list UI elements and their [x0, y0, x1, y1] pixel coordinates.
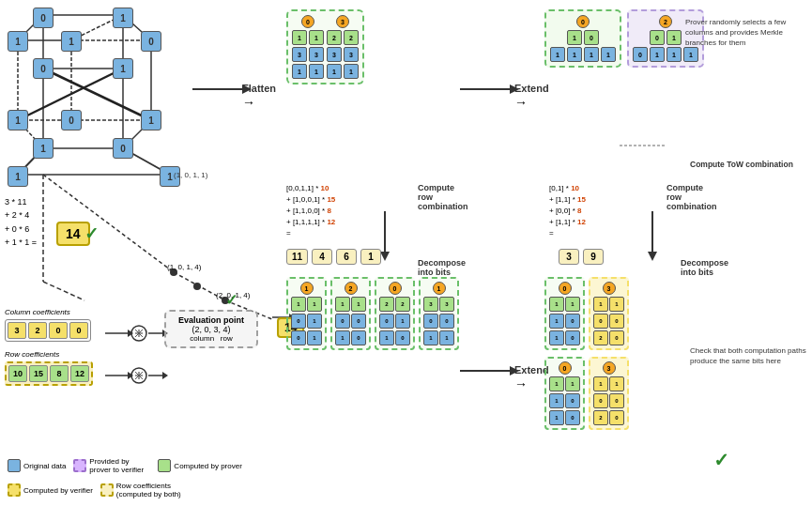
flatten-arrow-label: Flatten	[242, 83, 276, 94]
tree2-top: 3	[336, 15, 349, 28]
bt2-b4: 0	[351, 330, 366, 345]
ebt1-b4: 0	[565, 410, 580, 425]
eval-point-box: Evaluation point (2, 0, 3, 4) column row	[164, 310, 258, 348]
right-bit-trees: 0 1 1 1 0 1 0 3 1 1	[544, 277, 629, 350]
ext-g-n1: 1	[567, 30, 582, 45]
bt3-b1: 0	[379, 314, 394, 329]
cube-node-7: 1	[8, 110, 28, 130]
svg-marker-60	[162, 372, 168, 379]
tree1-top1: 0	[301, 15, 314, 28]
flatten-tree-1: 0 1 1 3 3 1 1 3 2 2	[292, 15, 359, 79]
right-res-9: 9	[583, 249, 604, 265]
ebt-2: 3 1 1 0 0 2 0	[589, 357, 629, 430]
rbt1-n1: 1	[549, 297, 564, 312]
ext-g-b1: 1	[550, 47, 565, 62]
extend-bottom-icon: →	[514, 376, 528, 391]
col-coeff-label: Column coefficients	[5, 308, 70, 316]
svg-line-47	[135, 330, 143, 337]
ebt1-n2: 1	[565, 376, 580, 391]
col-coeff-3: 3	[8, 322, 26, 339]
cube-node-5: 0	[33, 58, 54, 79]
bt4-b3: 1	[423, 330, 438, 345]
rbt1-top: 0	[559, 282, 572, 295]
tree1-b2: 1	[309, 64, 324, 79]
bt2-b3: 1	[335, 330, 350, 345]
bt1-b1: 0	[291, 314, 306, 329]
bt1-top: 1	[300, 282, 314, 295]
tree2-n1: 2	[327, 30, 342, 45]
matrix-eq-mid: [0,0,1,1] * 10 + [1,0,0,1] * 15 + [1,1,0…	[286, 183, 335, 239]
ebt2-b1: 0	[593, 393, 608, 408]
tree2-b1: 1	[327, 64, 342, 79]
mid-row-result: 11 4 6 1	[286, 249, 381, 265]
ebt2-top: 3	[603, 361, 616, 375]
ebt1-b1: 1	[549, 393, 564, 408]
cube-bot-left: 1	[8, 166, 28, 187]
ext-p-b2: 1	[650, 47, 665, 62]
mid-res-6: 6	[336, 249, 357, 265]
vector3-label: (2, 0, 1, 4)	[216, 291, 250, 299]
checkmark-right: ✓	[713, 449, 729, 471]
ebt-1: 0 1 1 1 0 1 0	[544, 357, 585, 430]
row-coeff-12: 12	[70, 365, 89, 382]
mid-res-4: 4	[312, 249, 332, 265]
right-res-3: 3	[559, 249, 579, 265]
legend-box-dashed-yellow	[100, 483, 114, 497]
bit-tree-2: 2 1 1 0 0 1 0	[330, 277, 371, 350]
main-diagram: ✓ 0 1 1 1 0 0 1 1 0 1 1 0 1 1 (	[0, 0, 812, 506]
rbt1-b1: 1	[549, 314, 564, 329]
bt2-n1: 1	[335, 297, 350, 312]
ebt2-n1: 1	[593, 376, 608, 391]
extend-arrow-label: Extend	[514, 83, 549, 94]
svg-line-36	[43, 282, 84, 300]
rbt2-b2: 0	[609, 314, 624, 329]
ext-p-n2: 1	[666, 30, 682, 45]
ext-p-b3: 1	[666, 47, 682, 62]
legend-box-yellow	[8, 483, 21, 497]
bt1-n2: 1	[307, 297, 322, 312]
row-coeff-8: 8	[50, 365, 69, 382]
tree1-n4: 3	[309, 47, 324, 62]
svg-line-46	[135, 330, 143, 337]
svg-point-38	[193, 283, 201, 290]
svg-marker-29	[380, 252, 390, 261]
eval-sublabel: column row	[172, 334, 251, 343]
ebt2-b2: 0	[609, 393, 624, 408]
bt3-b4: 0	[395, 330, 410, 345]
ext-g-b4: 1	[601, 47, 616, 62]
bt2-top: 2	[345, 282, 358, 295]
svg-marker-56	[128, 372, 133, 379]
legend: Original data Provided by prover to veri…	[8, 457, 270, 498]
flatten-trees-group: 0 1 1 3 3 1 1 3 2 2	[286, 9, 364, 84]
eval-coords: (2, 0, 3, 4)	[172, 325, 251, 334]
bit-tree-4: 1 3 3 0 0 1 1	[419, 277, 459, 350]
extend-arrow-icon: →	[514, 95, 528, 110]
rbt1-b2: 0	[565, 314, 580, 329]
rbt2-top: 3	[603, 282, 616, 295]
mid-bit-trees: 1 1 1 0 1 0 1 2 1 1	[286, 277, 459, 350]
rbt-tree-1: 0 1 1 1 0 1 0	[544, 277, 585, 350]
flatten-arrow-icon: →	[242, 95, 255, 110]
compute-row-comb-label-right: Computerowcombination	[666, 183, 732, 211]
bt4-n2: 3	[439, 297, 454, 312]
bit-tree-1: 1 1 1 0 1 0 1	[286, 277, 327, 350]
cube-node-8: 0	[61, 110, 82, 130]
ext-p-top: 2	[659, 15, 672, 28]
cube-node-0-top-left: 0	[33, 8, 54, 28]
ext-g-top: 0	[576, 15, 590, 28]
bt3-n2: 2	[395, 297, 410, 312]
right-row-result: 3 9	[559, 249, 604, 265]
bt4-n1: 3	[423, 297, 438, 312]
rbt-tree-2: 3 1 1 0 0 2 0	[589, 277, 629, 350]
col-coeff-row: 3 2 0 0	[5, 319, 91, 342]
rbt2-b4: 0	[609, 330, 624, 345]
tree2-n4: 3	[344, 47, 359, 62]
svg-marker-31	[648, 252, 657, 261]
legend-item-original: Original data	[8, 457, 66, 474]
bt1-b2: 1	[307, 314, 322, 329]
cube-node-1-top-right: 1	[113, 8, 133, 28]
ext-bottom-trees: 0 1 1 1 0 1 0 3 1 1	[544, 357, 629, 430]
mid-res-11: 11	[286, 249, 308, 265]
ebt1-b2: 0	[565, 393, 580, 408]
ebt1-n1: 1	[549, 376, 564, 391]
